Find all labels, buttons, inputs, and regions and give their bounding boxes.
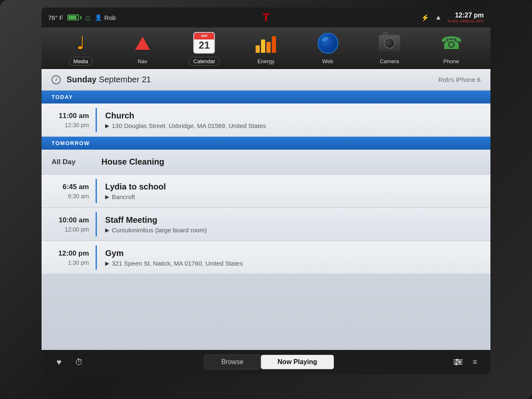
church-start-time: 11:00 am bbox=[59, 112, 89, 120]
globe-icon bbox=[318, 33, 338, 54]
church-location: ▶ 130 Douglas Street, Uxbridge, MA 01569… bbox=[105, 122, 482, 129]
event-row-house-cleaning[interactable]: All Day House Cleaning bbox=[42, 150, 490, 175]
nav-icon-wrap bbox=[130, 31, 155, 56]
home-icon[interactable]: ⌂ bbox=[86, 13, 91, 22]
battery-body bbox=[67, 15, 79, 20]
sidebar-item-energy[interactable]: Energy bbox=[247, 31, 285, 65]
date-title: Sunday September 21 bbox=[66, 75, 151, 84]
calendar-source: Rob's iPhone 6 bbox=[438, 76, 480, 83]
phone-icon-wrap: ☎ bbox=[439, 31, 464, 56]
screen: 76° F ⌂ 👤 Rob T ⚡ ▲ 12:27 pm PASS AIRBAG… bbox=[42, 7, 490, 374]
airbag-status: PASS AIRBAG OFF bbox=[448, 19, 484, 23]
heart-button[interactable]: ♥ bbox=[50, 350, 68, 374]
tune-line-2 bbox=[453, 362, 463, 362]
heart-icon: ♥ bbox=[57, 357, 62, 367]
gym-title: Gym bbox=[105, 249, 482, 258]
event-time-staff: 10:00 am 12:00 pm bbox=[42, 208, 96, 241]
event-details-lydia: Lydia to school ▶ Bancroft bbox=[97, 175, 490, 207]
calendar-day: 21 bbox=[199, 40, 210, 50]
tune-button[interactable] bbox=[448, 350, 468, 374]
event-row-staff-meeting[interactable]: 10:00 am 12:00 pm Staff Meeting ▶ Cumulo… bbox=[42, 208, 490, 241]
web-label: Web bbox=[318, 57, 337, 65]
energy-icon-wrap bbox=[254, 31, 278, 56]
staff-location-text: Cumulonimbus (large board room) bbox=[112, 227, 207, 234]
staff-location: ▶ Cumulonimbus (large board room) bbox=[105, 227, 482, 234]
tune-line-3 bbox=[453, 364, 463, 365]
event-time-church: 11:00 am 12:30 pm bbox=[42, 103, 96, 136]
event-row-church[interactable]: 11:00 am 12:30 pm Church ▶ 130 Douglas S… bbox=[42, 103, 490, 137]
lydia-start-time: 6:45 am bbox=[63, 183, 89, 191]
location-arrow-icon: ▶ bbox=[105, 123, 109, 129]
sidebar-item-nav[interactable]: Nav bbox=[124, 31, 161, 65]
camera-icon bbox=[379, 35, 400, 52]
date-day-name: Sunday bbox=[66, 75, 96, 84]
clock-button[interactable]: ⏱ bbox=[68, 350, 90, 374]
tune-icon bbox=[453, 360, 463, 365]
camera-label: Camera bbox=[376, 57, 403, 65]
status-center: T bbox=[262, 11, 269, 24]
event-row-lydia[interactable]: 6:45 am 8:30 am Lydia to school ▶ Bancro… bbox=[42, 175, 490, 208]
browse-label: Browse bbox=[221, 358, 243, 365]
bottom-bar: ♥ ⏱ Browse Now Playing ≡ bbox=[42, 350, 490, 374]
event-row-gym[interactable]: 12:00 pm 1:30 pm Gym ▶ 321 Speen St, Nat… bbox=[42, 241, 490, 274]
nav-label: Nav bbox=[133, 57, 151, 65]
gym-start-time: 12:00 pm bbox=[58, 249, 89, 258]
browse-tab[interactable]: Browse bbox=[204, 355, 260, 369]
battery-fill bbox=[69, 16, 76, 19]
sidebar-item-camera[interactable]: Camera bbox=[371, 31, 408, 65]
section-label-tomorrow: TOMORROW bbox=[52, 140, 90, 146]
section-header-tomorrow: TOMORROW bbox=[42, 137, 490, 150]
energy-bar-2 bbox=[261, 39, 265, 53]
battery-tip bbox=[80, 16, 81, 19]
calendar-icon-wrap: SEP 21 bbox=[192, 30, 217, 55]
lydia-end-time: 8:30 am bbox=[68, 193, 89, 200]
staff-start-time: 10:00 am bbox=[59, 216, 89, 224]
date-header: i Sunday September 21 Rob's iPhone 6 bbox=[42, 69, 490, 91]
battery-icon bbox=[67, 15, 81, 20]
event-details-church: Church ▶ 130 Douglas Street, Uxbridge, M… bbox=[97, 103, 490, 136]
calendar-icon: SEP 21 bbox=[193, 32, 215, 54]
info-icon[interactable]: i bbox=[52, 75, 61, 84]
user-area: 👤 Rob bbox=[95, 14, 116, 21]
event-details-staff: Staff Meeting ▶ Cumulonimbus (large boar… bbox=[97, 208, 490, 241]
now-playing-tab[interactable]: Now Playing bbox=[261, 355, 334, 369]
music-note-icon: ♩ bbox=[76, 32, 85, 53]
event-time-gym: 12:00 pm 1:30 pm bbox=[42, 241, 96, 274]
clock-icon: ⏱ bbox=[75, 357, 83, 367]
staff-title: Staff Meeting bbox=[105, 215, 482, 225]
sidebar-item-media[interactable]: ♩ Media bbox=[62, 30, 99, 66]
clock-display: 12:27 pm bbox=[448, 12, 484, 19]
user-name: Rob bbox=[104, 14, 116, 21]
gym-location: ▶ 321 Speen St, Natick, MA 01760, United… bbox=[105, 260, 482, 267]
now-playing-label: Now Playing bbox=[278, 358, 317, 365]
staff-end-time: 12:00 pm bbox=[65, 226, 89, 233]
temperature-display: 76° F bbox=[48, 14, 63, 21]
sidebar-item-web[interactable]: Web bbox=[309, 31, 347, 65]
calendar-content: i Sunday September 21 Rob's iPhone 6 TOD… bbox=[42, 69, 490, 350]
section-header-today: TODAY bbox=[42, 91, 490, 103]
church-location-text: 130 Douglas Street, Uxbridge, MA 01569, … bbox=[112, 122, 266, 129]
calendar-month: SEP bbox=[194, 33, 214, 39]
eq-button[interactable]: ≡ bbox=[468, 350, 482, 374]
media-label: Media bbox=[69, 57, 93, 66]
lydia-title: Lydia to school bbox=[105, 182, 482, 192]
energy-bar-4 bbox=[272, 36, 276, 53]
status-left: 76° F ⌂ 👤 Rob bbox=[48, 13, 257, 22]
calendar-label: Calendar bbox=[189, 57, 220, 66]
staff-location-arrow-icon: ▶ bbox=[105, 227, 109, 233]
app-bar: ♩ Media Nav SEP 21 Calendar bbox=[42, 27, 490, 69]
phone-icon: ☎ bbox=[441, 33, 462, 53]
sidebar-item-calendar[interactable]: SEP 21 Calendar bbox=[185, 30, 223, 66]
media-icon-wrap: ♩ bbox=[68, 30, 93, 55]
sidebar-item-phone[interactable]: ☎ Phone bbox=[433, 31, 470, 65]
date-month-day: September 21 bbox=[99, 75, 151, 84]
energy-bar-1 bbox=[256, 45, 260, 53]
house-cleaning-title: House Cleaning bbox=[101, 157, 164, 167]
lydia-location-arrow-icon: ▶ bbox=[105, 194, 109, 200]
eq-icon: ≡ bbox=[473, 358, 477, 367]
date-header-left: i Sunday September 21 bbox=[52, 75, 151, 84]
lydia-location: ▶ Bancroft bbox=[105, 193, 482, 200]
event-time-lydia: 6:45 am 8:30 am bbox=[42, 175, 96, 207]
allday-label: All Day bbox=[52, 158, 93, 166]
status-bar: 76° F ⌂ 👤 Rob T ⚡ ▲ 12:27 pm PASS AIRBAG… bbox=[42, 7, 490, 27]
